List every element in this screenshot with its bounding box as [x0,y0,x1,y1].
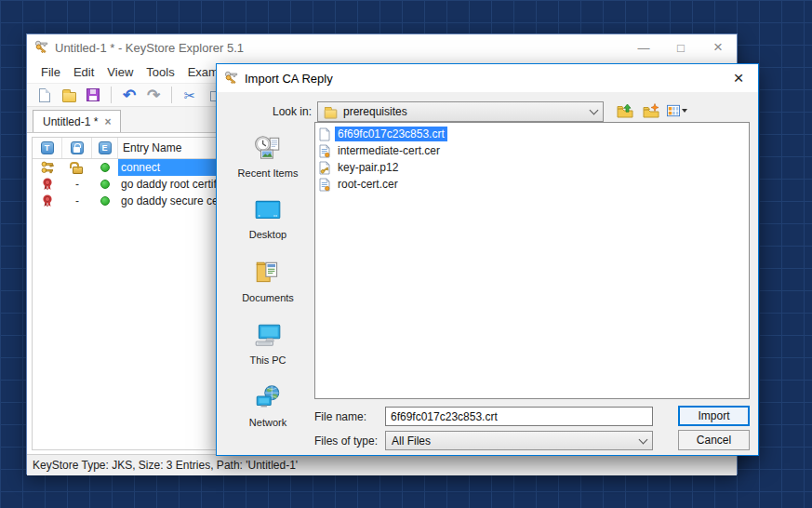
plain-file-icon [319,127,330,141]
maximize-icon[interactable]: □ [662,34,699,60]
look-in-value: prerequisites [343,105,585,118]
key-file-icon [319,161,330,175]
type-column-icon: T [41,141,54,154]
open-keystore-icon[interactable] [59,85,79,105]
main-titlebar: Untitled-1 * - KeyStore Explorer 5.1 — □… [27,34,737,60]
place-recent-items[interactable]: Recent Items [226,126,310,188]
dialog-toolbar [615,101,687,120]
place-label: Documents [242,292,294,303]
this-pc-icon [253,322,283,351]
file-item-crt[interactable]: 6f69fc017c23c853.crt [319,126,745,142]
files-of-type-label: Files of type: [314,434,378,448]
app-keys-icon [34,39,49,57]
file-name: 6f69fc017c23c853.crt [335,127,447,141]
chevron-down-icon [590,106,599,115]
dialog-title: Import CA Reply [245,72,333,86]
up-one-level-icon[interactable] [615,101,635,120]
file-name-label: File name: [314,410,366,423]
look-in-label: Look in: [235,105,312,118]
file-item-root-cert[interactable]: root-cert.cer [319,176,745,193]
place-network[interactable]: Network [226,375,310,437]
menu-file[interactable]: File [34,62,67,82]
dialog-close-icon[interactable]: × [719,64,758,92]
place-documents[interactable]: Documents [226,250,310,313]
import-button[interactable]: Import [678,406,750,426]
file-name: key-pair.p12 [335,160,401,175]
unlocked-icon [62,159,92,176]
file-name-input[interactable] [385,407,653,426]
cut-icon[interactable]: ✂ [180,85,200,105]
certificate-file-icon [319,178,330,192]
place-desktop[interactable]: Desktop [226,188,310,250]
undo-icon[interactable]: ↶ [119,85,140,105]
view-menu-icon[interactable] [667,101,687,120]
redo-icon[interactable]: ↷ [143,85,164,105]
status-bar: KeyStore Type: JKS, Size: 3 Entries, Pat… [27,454,737,475]
chevron-down-icon [639,434,648,444]
file-item-key-pair[interactable]: key-pair.p12 [319,159,745,176]
place-label: Recent Items [238,167,299,179]
menu-view[interactable]: View [100,62,140,82]
files-of-type-value: All Files [392,434,634,448]
file-name: root-cert.cer [335,177,401,192]
dialog-titlebar: Import CA Reply × [217,64,758,92]
minimize-icon[interactable]: — [625,34,662,60]
no-lock-dash: - [62,176,92,193]
place-label: Network [249,417,286,428]
place-label: This PC [249,354,286,366]
column-header-lock[interactable] [62,138,92,158]
desktop-icon [253,198,283,225]
new-file-icon[interactable] [34,85,55,105]
menu-tools[interactable]: Tools [140,62,180,82]
file-name: intermediate-cert.cer [335,143,443,158]
tab-label: Untitled-1 * [43,115,98,128]
certificate-icon [33,193,62,209]
toolbar-separator [171,87,172,103]
create-new-folder-icon[interactable] [641,101,661,120]
place-this-pc[interactable]: This PC [226,313,310,375]
certificate-file-icon [319,144,330,158]
network-icon [253,384,283,413]
cancel-button[interactable]: Cancel [678,430,750,450]
close-icon[interactable]: × [699,34,737,60]
lock-column-icon [71,141,84,154]
tab-close-icon[interactable]: × [104,115,111,128]
window-title: Untitled-1 * - KeyStore Explorer 5.1 [55,41,244,55]
places-sidebar: Recent Items Desktop [226,126,310,437]
caret-down-icon [682,109,687,113]
files-of-type-dropdown[interactable]: All Files [385,431,653,450]
no-lock-dash: - [62,193,92,209]
folder-icon [325,109,338,118]
documents-icon [253,260,283,288]
tab-untitled-1[interactable]: Untitled-1 * × [33,110,121,132]
expiry-column-icon: E [99,141,112,154]
status-green-icon [92,159,118,176]
status-green-icon [92,176,118,193]
import-ca-reply-dialog: Import CA Reply × Look in: prerequisites [216,63,759,456]
key-pair-icon [33,159,62,176]
toolbar-separator [111,87,112,103]
file-item-intermediate-cert[interactable]: intermediate-cert.cer [319,142,745,159]
menu-edit[interactable]: Edit [67,62,100,82]
column-header-type[interactable]: T [33,138,62,158]
dialog-keys-icon [224,70,239,87]
column-header-expiry[interactable]: E [92,138,118,158]
file-list: 6f69fc017c23c853.crt intermediate-cert.c… [314,122,750,399]
place-label: Desktop [249,229,286,240]
certificate-icon [33,176,62,193]
save-icon[interactable] [83,85,103,105]
look-in-combobox[interactable]: prerequisites [317,101,604,122]
status-green-icon [92,193,118,209]
recent-items-icon [253,135,283,164]
